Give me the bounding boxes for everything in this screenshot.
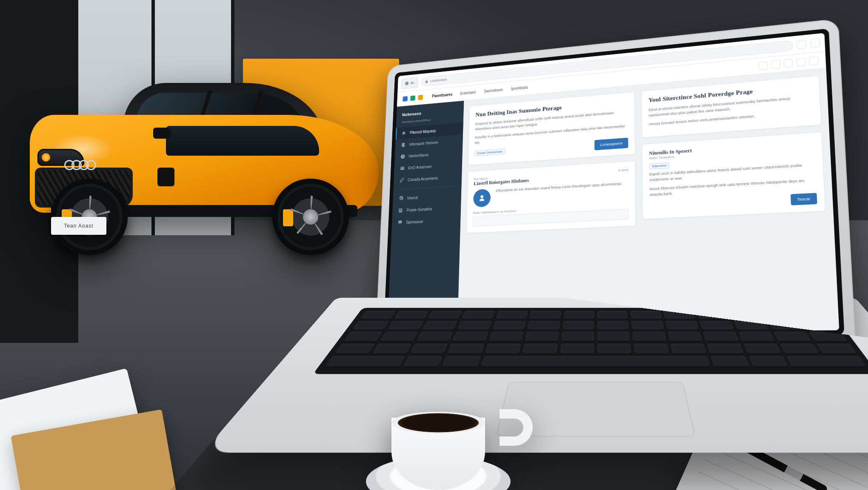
key[interactable] — [495, 311, 528, 319]
key[interactable] — [734, 321, 770, 330]
sidebar-item-label: Inforsaois Homore — [409, 140, 438, 146]
key[interactable] — [492, 321, 526, 330]
key[interactable] — [324, 356, 405, 367]
extension-icon[interactable] — [797, 40, 807, 49]
key[interactable] — [597, 311, 628, 319]
feature-avatar-icon — [473, 189, 491, 208]
key[interactable] — [597, 344, 631, 354]
car-mirror — [153, 128, 171, 139]
key[interactable] — [480, 356, 711, 367]
key[interactable] — [560, 344, 594, 354]
nav-actions — [759, 56, 819, 70]
key[interactable] — [484, 344, 521, 354]
key[interactable] — [597, 321, 629, 330]
feature-title: Liastrll Rniorgates Hinfanes — [474, 171, 628, 187]
details-link[interactable]: Etarnsres — [649, 162, 670, 169]
key[interactable] — [632, 332, 667, 342]
grid-icon[interactable] — [771, 60, 780, 69]
key[interactable] — [703, 332, 740, 342]
key[interactable] — [522, 344, 558, 354]
key[interactable] — [461, 311, 495, 319]
key[interactable] — [371, 344, 411, 354]
key[interactable] — [387, 321, 424, 330]
app-body: Nobesass Sendetrss Dene BPard Pfterest M… — [387, 68, 839, 333]
card-icon — [400, 165, 405, 171]
key[interactable] — [786, 356, 867, 367]
key[interactable] — [343, 332, 383, 342]
key[interactable] — [630, 311, 662, 319]
feature-input[interactable] — [473, 209, 629, 226]
key[interactable] — [779, 344, 819, 354]
address-bar[interactable]: Centtrertein — [421, 40, 793, 86]
key[interactable] — [738, 332, 776, 342]
key[interactable] — [711, 356, 750, 367]
search-icon[interactable] — [759, 61, 768, 70]
key[interactable] — [562, 321, 594, 330]
link-icon — [399, 177, 404, 183]
key[interactable] — [743, 344, 782, 354]
key[interactable] — [663, 311, 697, 319]
hero-cta-button[interactable]: Lonasapsern — [594, 137, 628, 150]
key[interactable] — [427, 311, 462, 319]
star-icon — [401, 131, 406, 136]
more-icon[interactable] — [809, 56, 818, 65]
key[interactable] — [634, 344, 669, 354]
key[interactable] — [457, 321, 492, 330]
key[interactable] — [670, 344, 707, 354]
key[interactable] — [441, 356, 481, 367]
details-cta-button[interactable]: Tescar — [791, 193, 817, 205]
key[interactable] — [809, 332, 848, 342]
nav-link[interactable]: Entertaen — [460, 90, 476, 96]
sidebar-item[interactable]: Posee Gunatins — [392, 201, 461, 217]
sidebar-item[interactable]: Spensausr — [392, 214, 461, 229]
hero-body: Enspired ty aletiou bnesone allerndicad … — [475, 109, 628, 132]
key[interactable] — [665, 321, 700, 330]
key[interactable] — [696, 311, 730, 319]
sidebar-item[interactable]: Hertorrthens — [394, 146, 463, 163]
key[interactable] — [816, 344, 857, 354]
sidebar-item[interactable]: Inforsaois Homore — [395, 134, 463, 151]
sidebar-item[interactable]: Pfterest Miquesy — [396, 122, 463, 140]
key[interactable] — [422, 321, 458, 330]
sidebar-item[interactable]: EnO Artsenare — [394, 158, 462, 175]
key[interactable] — [707, 344, 745, 354]
key[interactable] — [447, 344, 485, 354]
key[interactable] — [334, 344, 375, 354]
settings-icon[interactable] — [784, 59, 793, 68]
key[interactable] — [402, 356, 443, 367]
key[interactable] — [768, 321, 805, 330]
brand-icon — [403, 96, 408, 102]
key[interactable] — [527, 321, 560, 330]
key[interactable] — [452, 332, 488, 342]
sidebar-item[interactable]: Visecd — [393, 189, 461, 205]
key[interactable] — [525, 332, 559, 342]
nav-link[interactable]: Iprentrans — [511, 85, 528, 91]
key[interactable] — [561, 332, 594, 342]
key[interactable] — [416, 332, 453, 342]
tab-prefix: Bc — [411, 81, 414, 85]
key[interactable] — [700, 321, 735, 330]
key[interactable] — [360, 311, 396, 319]
key[interactable] — [351, 321, 389, 330]
key[interactable] — [774, 332, 812, 342]
key[interactable] — [563, 311, 594, 319]
key[interactable] — [597, 332, 631, 342]
key[interactable] — [409, 344, 448, 354]
key[interactable] — [748, 356, 789, 367]
key[interactable] — [380, 332, 418, 342]
key[interactable] — [529, 311, 562, 319]
car-badge-rings — [67, 160, 96, 170]
nav-link[interactable]: Pannttsares — [432, 92, 452, 98]
menu-icon[interactable] — [810, 38, 821, 48]
sidebar-item[interactable]: Coosda Acuemens — [394, 170, 462, 186]
key[interactable] — [631, 321, 664, 330]
key[interactable] — [668, 332, 703, 342]
key[interactable] — [393, 311, 429, 319]
brand-icon — [418, 94, 423, 100]
key[interactable] — [488, 332, 523, 342]
feature-eyebrow: Ere Inpers — [474, 177, 488, 181]
hero-tag[interactable]: Enoek Oneseonars — [474, 148, 505, 156]
account-icon[interactable] — [796, 57, 805, 66]
browser-tab[interactable]: Bc — [401, 77, 418, 89]
nav-link[interactable]: Sannstoure — [484, 88, 503, 94]
